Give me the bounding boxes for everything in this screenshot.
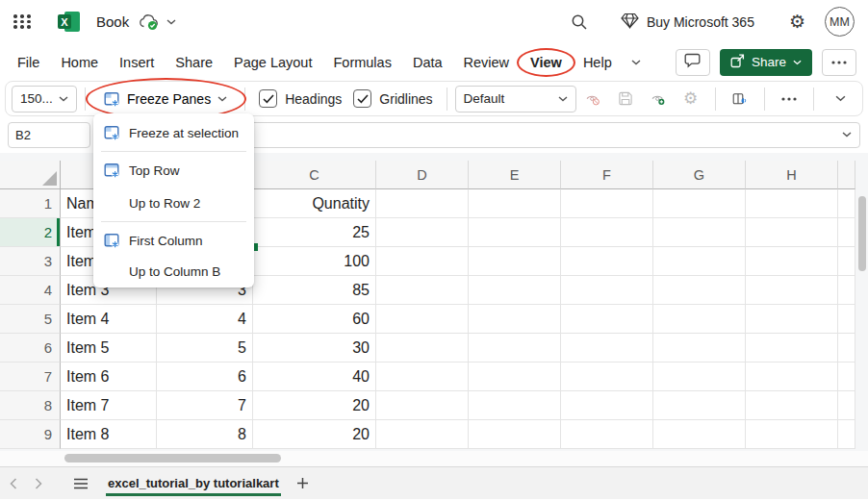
add-sheet-icon[interactable] (296, 477, 309, 489)
cell-G8[interactable] (653, 391, 746, 420)
gridlines-checkbox[interactable] (353, 89, 371, 108)
cell-F5[interactable] (561, 305, 653, 334)
hide-sheet-view-button[interactable] (579, 86, 606, 112)
headings-checkbox-group[interactable]: Headings (259, 89, 342, 108)
cell-H1[interactable] (746, 189, 838, 218)
cell-H7[interactable] (746, 362, 838, 391)
row-header-6[interactable]: 6 (0, 334, 61, 362)
menu-item-top-row[interactable]: Top Row (93, 157, 254, 184)
cell-partial[interactable] (838, 218, 855, 247)
formula-bar-expand-icon[interactable] (842, 132, 852, 138)
menubar-tab-insert[interactable]: Insert (119, 55, 154, 70)
menubar-tab-home[interactable]: Home (61, 55, 98, 70)
cell-C8[interactable]: 20 (253, 391, 376, 420)
menubar-tab-help[interactable]: Help (583, 55, 612, 70)
comments-button[interactable] (676, 49, 710, 76)
cell-F4[interactable] (561, 276, 653, 305)
cell-E7[interactable] (469, 362, 561, 391)
cell-F7[interactable] (561, 362, 653, 391)
cell-G6[interactable] (653, 334, 746, 362)
cell-G9[interactable] (653, 420, 746, 449)
row-header-8[interactable]: 8 (0, 391, 61, 420)
cell-D4[interactable] (376, 276, 469, 305)
vertical-scrollbar-thumb[interactable] (858, 196, 866, 271)
document-title[interactable]: Book (96, 13, 129, 30)
row-header-3[interactable]: 3 (0, 247, 61, 276)
row-header-9[interactable]: 9 (0, 420, 61, 449)
cell-A9[interactable]: Item 8 (61, 420, 157, 449)
name-box[interactable]: B2 (8, 122, 90, 148)
cell-C2[interactable]: 25 (253, 218, 376, 247)
cell-B6[interactable]: 5 (157, 334, 253, 362)
cell-E5[interactable] (469, 305, 561, 334)
settings-gear-icon[interactable]: ⚙ (789, 12, 805, 31)
cell-partial[interactable] (838, 276, 855, 305)
menu-item-first-column[interactable]: First Column (93, 227, 254, 254)
row-header-2[interactable]: 2 (0, 218, 61, 247)
row-header-7[interactable]: 7 (0, 362, 61, 391)
menubar-chevron-down-icon[interactable] (631, 60, 641, 65)
menubar-tab-share[interactable]: Share (175, 55, 213, 70)
menubar-tab-review[interactable]: Review (464, 55, 510, 70)
collapse-ribbon-button[interactable] (827, 86, 854, 112)
cell-F2[interactable] (561, 218, 653, 247)
menubar-tab-file[interactable]: File (17, 55, 39, 70)
cell-D8[interactable] (376, 391, 469, 420)
column-header-E[interactable]: E (469, 161, 561, 189)
cell-F9[interactable] (561, 420, 653, 449)
select-all-corner[interactable] (0, 161, 61, 189)
cell-H2[interactable] (746, 218, 838, 247)
cell-D2[interactable] (376, 218, 469, 247)
toolbar-more-button[interactable] (776, 86, 803, 112)
cell-A7[interactable]: Item 6 (61, 362, 157, 391)
row-header-1[interactable]: 1 (0, 189, 61, 218)
cell-E8[interactable] (469, 391, 561, 420)
cell-F1[interactable] (561, 189, 653, 218)
menubar-tab-data[interactable]: Data (413, 55, 443, 70)
share-button[interactable]: Share (720, 49, 812, 76)
sheet-nav-right-icon[interactable] (35, 478, 42, 489)
cell-B8[interactable]: 7 (157, 391, 253, 420)
app-launcher-icon[interactable] (13, 14, 32, 29)
menubar-tab-formulas[interactable]: Formulas (333, 55, 391, 70)
new-sheet-view-button[interactable] (645, 86, 672, 112)
cell-C9[interactable]: 20 (253, 420, 376, 449)
freeze-panes-button[interactable]: Freeze Panes (93, 85, 237, 113)
cell-H5[interactable] (746, 305, 838, 334)
cell-F3[interactable] (561, 247, 653, 276)
cell-E9[interactable] (469, 420, 561, 449)
cell-C5[interactable]: 60 (253, 305, 376, 334)
sheet-nav-left-icon[interactable] (10, 478, 17, 489)
more-options-button[interactable] (822, 49, 856, 76)
cell-A8[interactable]: Item 7 (61, 391, 157, 420)
gridlines-checkbox-group[interactable]: Gridlines (353, 89, 432, 108)
menubar-tab-view[interactable]: View (530, 55, 562, 70)
horizontal-scrollbar-track[interactable] (0, 451, 868, 466)
menu-item-up-to-column-b[interactable]: Up to Column B (93, 258, 254, 285)
cell-H4[interactable] (746, 276, 838, 305)
cell-partial[interactable] (838, 420, 855, 449)
cell-H3[interactable] (746, 247, 838, 276)
cell-B7[interactable]: 6 (157, 362, 253, 391)
cell-A5[interactable]: Item 4 (61, 305, 157, 334)
cell-D7[interactable] (376, 362, 469, 391)
buy-microsoft-365-link[interactable]: Buy Microsoft 365 (621, 12, 754, 32)
zoom-dropdown[interactable]: 150... (12, 86, 77, 112)
sheet-view-dropdown[interactable]: Default (455, 86, 576, 112)
cell-G1[interactable] (653, 189, 746, 218)
cell-D9[interactable] (376, 420, 469, 449)
menu-item-freeze-at-selection[interactable]: Freeze at selection (93, 119, 254, 146)
column-header-D[interactable]: D (376, 161, 469, 189)
cell-D3[interactable] (376, 247, 469, 276)
cell-partial[interactable] (838, 362, 855, 391)
cell-D6[interactable] (376, 334, 469, 362)
cell-partial[interactable] (838, 391, 855, 420)
cell-partial[interactable] (838, 189, 855, 218)
cell-C6[interactable]: 30 (253, 334, 376, 362)
row-header-5[interactable]: 5 (0, 305, 61, 334)
column-header-F[interactable]: F (561, 161, 653, 189)
headings-checkbox[interactable] (259, 89, 277, 108)
cell-partial[interactable] (838, 305, 855, 334)
cell-D5[interactable] (376, 305, 469, 334)
cell-partial[interactable] (838, 334, 855, 362)
